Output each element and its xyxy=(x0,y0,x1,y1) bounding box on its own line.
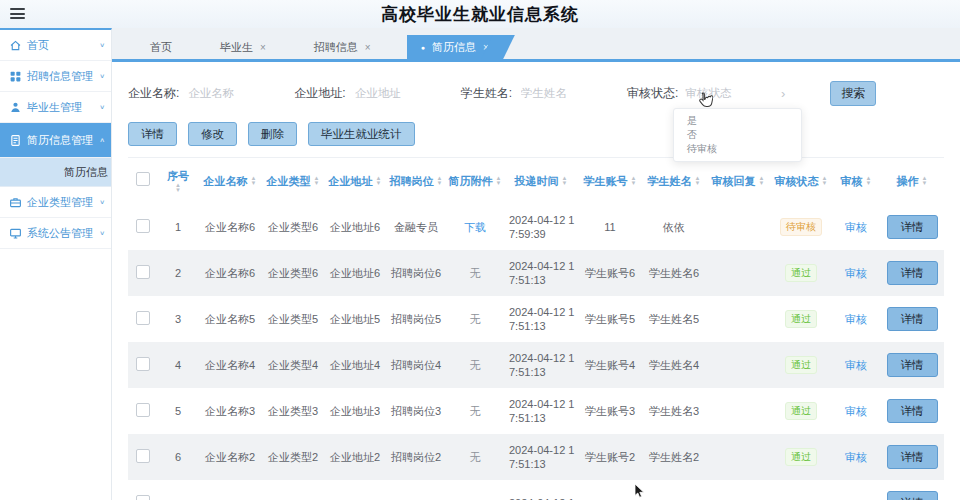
grid-icon xyxy=(9,70,22,83)
detail-button[interactable]: 详情 xyxy=(887,491,938,500)
address-cell: 企业地址6 xyxy=(324,204,386,250)
audit-link[interactable]: 审核 xyxy=(845,313,867,325)
column-header-企业类型[interactable]: 企业类型▲▼ xyxy=(262,158,324,204)
account-cell: 11 xyxy=(578,204,642,250)
time-cell: 2024-04-12 17:51:13 xyxy=(504,434,578,480)
tab-简历信息[interactable]: ●简历信息× xyxy=(407,35,499,59)
table-row: 1企业名称6企业类型6企业地址6金融专员下载2024-04-12 17:59:3… xyxy=(128,204,944,250)
type-cell: 企业类型3 xyxy=(262,388,324,434)
sidebar-subitem-resume-info[interactable]: 简历信息 xyxy=(0,158,111,187)
audit-link[interactable]: 审核 xyxy=(845,221,867,233)
column-label: 审核回复 xyxy=(712,174,756,189)
column-header-学生姓名[interactable]: 学生姓名▲▼ xyxy=(642,158,706,204)
dropdown-option-待审核[interactable]: 待审核 xyxy=(674,142,801,156)
column-header-审核[interactable]: 审核▲▼ xyxy=(832,158,880,204)
reply-cell xyxy=(706,480,770,500)
close-icon[interactable]: × xyxy=(365,42,371,53)
column-header-审核状态[interactable]: 审核状态▲▼ xyxy=(770,158,832,204)
sort-caret-icon: ▲▼ xyxy=(496,176,502,185)
action-toolbar: 详情修改删除毕业生就业统计 xyxy=(128,122,944,146)
column-header-审核回复[interactable]: 审核回复▲▼ xyxy=(706,158,770,204)
sidebar-item-home[interactable]: 首页∨ xyxy=(0,30,111,61)
sidebar-item-recruit-info[interactable]: 招聘信息管理∨ xyxy=(0,61,111,92)
action-cell: 详情 xyxy=(880,480,944,500)
row-checkbox[interactable] xyxy=(136,403,150,417)
status-cell xyxy=(770,480,832,500)
no-cell: 1 xyxy=(158,204,198,250)
detail-button[interactable]: 详情 xyxy=(887,261,938,285)
toolbar-button-修改[interactable]: 修改 xyxy=(188,122,237,146)
close-icon[interactable]: × xyxy=(483,42,489,53)
search-button[interactable]: 搜索 xyxy=(830,81,876,106)
tab-招聘信息[interactable]: 招聘信息× xyxy=(302,35,383,59)
time-cell: 2024-04-12 17:51:13 xyxy=(504,388,578,434)
sidebar-item-graduate[interactable]: 毕业生管理∨ xyxy=(0,92,111,123)
sidebar-item-system-notice[interactable]: 系统公告管理∨ xyxy=(0,218,111,249)
company-cell: 企业名称5 xyxy=(198,296,262,342)
audit-link[interactable]: 审核 xyxy=(845,405,867,417)
chevron-down-icon: ∨ xyxy=(99,42,105,49)
audit-link[interactable]: 审核 xyxy=(845,451,867,463)
close-icon[interactable]: × xyxy=(260,42,266,53)
company-address-input[interactable] xyxy=(353,86,457,100)
status-cell: 通过 xyxy=(770,250,832,296)
attachment-text: 无 xyxy=(470,451,481,463)
action-cell: 详情 xyxy=(880,204,944,250)
row-checkbox[interactable] xyxy=(136,311,150,325)
sort-caret-icon: ▲▼ xyxy=(437,176,443,185)
column-header-企业名称[interactable]: 企业名称▲▼ xyxy=(198,158,262,204)
student-name-input[interactable] xyxy=(519,86,623,100)
audit-link[interactable]: 审核 xyxy=(845,359,867,371)
row-checkbox[interactable] xyxy=(136,219,150,233)
column-header-招聘岗位[interactable]: 招聘岗位▲▼ xyxy=(386,158,446,204)
chevron-down-icon: ∨ xyxy=(99,73,105,80)
detail-button[interactable]: 详情 xyxy=(887,215,938,239)
tab-毕业生[interactable]: 毕业生× xyxy=(208,35,278,59)
column-header-投递时间[interactable]: 投递时间▲▼ xyxy=(504,158,578,204)
time-cell: 2024-04-12 17:51:13 xyxy=(504,342,578,388)
row-checkbox[interactable] xyxy=(136,265,150,279)
column-header-操作[interactable]: 操作▲▼ xyxy=(880,158,944,204)
detail-button[interactable]: 详情 xyxy=(887,353,938,377)
sort-caret-icon: ▲▼ xyxy=(922,176,928,185)
download-link[interactable]: 下载 xyxy=(464,221,486,233)
student-name-filter: 学生姓名: xyxy=(461,85,623,102)
column-label: 审核状态 xyxy=(775,174,819,189)
column-header-学生账号[interactable]: 学生账号▲▼ xyxy=(578,158,642,204)
attachment-text: 无 xyxy=(470,405,481,417)
dropdown-option-否[interactable]: 否 xyxy=(674,128,801,142)
sidebar-item-resume-info[interactable]: 简历信息管理∧ xyxy=(0,123,111,158)
arrow-cursor-icon xyxy=(634,483,646,500)
sort-caret-icon: ▲▼ xyxy=(866,176,872,185)
action-cell: 详情 xyxy=(880,250,944,296)
type-cell: 企业类型4 xyxy=(262,342,324,388)
position-cell: 招聘岗位3 xyxy=(386,388,446,434)
column-header-企业地址[interactable]: 企业地址▲▼ xyxy=(324,158,386,204)
column-label: 投递时间 xyxy=(515,174,559,189)
tab-首页[interactable]: 首页 xyxy=(138,35,184,59)
tab-label: 简历信息 xyxy=(432,40,476,55)
dropdown-option-是[interactable]: 是 xyxy=(674,114,801,128)
toolbar-button-毕业生就业统计[interactable]: 毕业生就业统计 xyxy=(308,122,415,146)
reply-cell xyxy=(706,388,770,434)
select-all-checkbox[interactable] xyxy=(136,172,150,186)
toolbar-button-详情[interactable]: 详情 xyxy=(128,122,177,146)
column-header-序号[interactable]: 序号▲▼ xyxy=(158,158,198,204)
time-line1: 2024-04-12 1 xyxy=(507,259,575,273)
sidebar-item-company-type[interactable]: 企业类型管理∨ xyxy=(0,187,111,218)
chevron-up-icon: ∧ xyxy=(99,137,105,144)
row-checkbox[interactable] xyxy=(136,449,150,463)
detail-button[interactable]: 详情 xyxy=(887,399,938,423)
toolbar-button-删除[interactable]: 删除 xyxy=(248,122,297,146)
detail-button[interactable]: 详情 xyxy=(887,445,938,469)
action-cell: 详情 xyxy=(880,434,944,480)
row-checkbox[interactable] xyxy=(136,495,150,500)
company-name-input[interactable] xyxy=(186,86,290,100)
column-header-简历附件[interactable]: 简历附件▲▼ xyxy=(446,158,504,204)
resume-icon xyxy=(9,134,22,147)
detail-button[interactable]: 详情 xyxy=(887,307,938,331)
row-checkbox[interactable] xyxy=(136,357,150,371)
audit-link[interactable]: 审核 xyxy=(845,267,867,279)
account-cell: 学生账号4 xyxy=(578,342,642,388)
status-badge: 通过 xyxy=(785,356,817,374)
